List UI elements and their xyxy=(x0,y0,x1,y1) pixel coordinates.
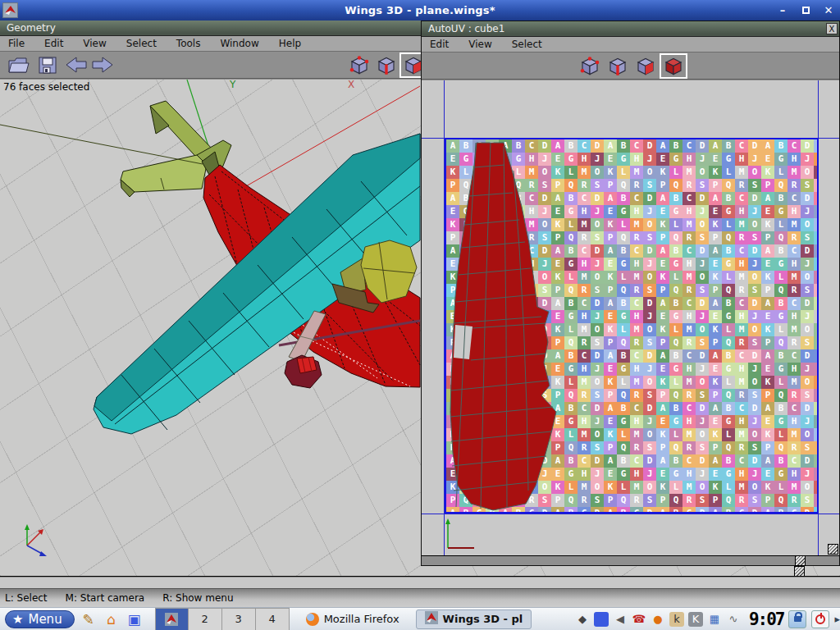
menu-select[interactable]: Select xyxy=(126,38,157,49)
texture-tile: K xyxy=(604,376,617,389)
body-mode-icon[interactable] xyxy=(661,55,686,77)
phone-icon[interactable]: ☎ xyxy=(632,612,646,627)
texture-tile: G xyxy=(617,310,630,323)
texture-tile: S xyxy=(801,494,814,507)
texture-tile: R xyxy=(525,284,538,297)
texture-tile: S xyxy=(696,441,709,454)
texture-tile: J xyxy=(801,363,814,376)
menu-uv-edit[interactable]: Edit xyxy=(430,39,449,50)
volume-icon[interactable]: ◀ xyxy=(613,612,628,627)
kde-icon[interactable]: K xyxy=(688,612,703,627)
menu-view[interactable]: View xyxy=(83,38,106,49)
task-button-firefox[interactable]: Mozilla Firefox xyxy=(298,609,408,629)
texture-tile: C xyxy=(788,454,801,468)
texture-tile: L xyxy=(617,376,630,389)
texture-tile: G xyxy=(512,468,525,481)
edge-mode-icon[interactable] xyxy=(605,55,630,77)
uv-viewport-resize-grip[interactable] xyxy=(828,544,838,555)
texture-tile: H xyxy=(788,153,801,166)
texture-tile: J xyxy=(643,153,656,166)
save-file-icon[interactable] xyxy=(36,54,61,76)
network-icon[interactable]: ▦ xyxy=(707,612,722,627)
workspace-1[interactable] xyxy=(155,608,189,630)
panel-hide-arrow-icon[interactable]: ▸ xyxy=(834,613,840,625)
plug-icon[interactable]: ∿ xyxy=(726,612,741,627)
uv-editor-viewport[interactable]: ABCDABCDABCDABCDABCDABCDABCDAEGHJEGHJEGH… xyxy=(422,80,839,556)
texture-tile: O xyxy=(696,271,709,284)
texture-tile: K xyxy=(656,218,669,231)
menu-tools[interactable]: Tools xyxy=(176,38,201,49)
back-arrow-icon[interactable] xyxy=(64,54,89,76)
texture-tile: O xyxy=(643,166,656,179)
klipper-icon[interactable]: k xyxy=(669,612,684,627)
texture-tile: S xyxy=(801,441,814,454)
texture-tile: J xyxy=(486,468,499,481)
texture-tile: H xyxy=(472,205,486,218)
texture-tile: L xyxy=(722,428,735,441)
texture-tile: M xyxy=(682,271,696,284)
texture-tile: D xyxy=(591,244,604,258)
task-button-wings3d[interactable]: Wings 3D - pl xyxy=(416,609,532,629)
texture-tile: R xyxy=(735,336,748,349)
texture-tile: S xyxy=(591,179,604,192)
workspace-2[interactable]: 2 xyxy=(189,608,222,630)
workspace-3[interactable]: 3 xyxy=(222,608,256,630)
desktop-share-icon[interactable]: ▣ xyxy=(126,610,144,628)
texture-tile: D xyxy=(486,402,499,415)
floppy-icon[interactable]: ◆ xyxy=(575,612,590,627)
texture-tile: S xyxy=(748,389,761,402)
vertex-mode-icon[interactable] xyxy=(578,55,602,77)
menu-uv-view[interactable]: View xyxy=(468,39,491,50)
texture-tile: O xyxy=(801,271,814,284)
texture-tile: K xyxy=(446,428,459,441)
window-titlebar[interactable]: Wings 3D - plane.wings* – ✕ xyxy=(0,0,840,21)
forward-arrow-icon[interactable] xyxy=(90,54,115,76)
close-button[interactable]: ✕ xyxy=(822,4,835,17)
texture-tile: B xyxy=(512,244,525,258)
autouv-resize-grip[interactable] xyxy=(795,555,806,566)
texture-tile: E xyxy=(709,363,722,376)
lock-session-button[interactable] xyxy=(788,610,806,628)
texture-tile: K xyxy=(604,271,617,284)
face-mode-icon[interactable] xyxy=(633,55,658,77)
texture-tile: E xyxy=(814,258,819,271)
texture-tile: Q xyxy=(722,441,735,454)
maximize-button[interactable] xyxy=(799,4,812,17)
menu-edit[interactable]: Edit xyxy=(44,38,63,49)
texture-tile: B xyxy=(459,402,472,415)
texture-tile: H xyxy=(472,363,486,376)
workspace-4[interactable]: 4 xyxy=(256,608,290,630)
texture-tile: M xyxy=(735,481,748,494)
kde-menu-button[interactable]: ★ Menu xyxy=(5,610,75,628)
texture-tile: E xyxy=(446,258,459,271)
geometry-resize-grip[interactable] xyxy=(794,566,805,577)
texture-tile: D xyxy=(801,454,814,468)
menu-file[interactable]: File xyxy=(8,38,25,49)
display-icon[interactable] xyxy=(594,612,609,627)
autouv-window-titlebar[interactable]: AutoUV : cube1 X xyxy=(422,21,839,37)
shutdown-button[interactable] xyxy=(811,610,829,628)
texture-tile: D xyxy=(801,244,814,258)
texture-tile: H xyxy=(735,205,748,218)
menu-window[interactable]: Window xyxy=(220,38,258,49)
home-icon[interactable]: ⌂ xyxy=(103,610,121,628)
menu-uv-select[interactable]: Select xyxy=(512,39,542,50)
texture-tile: A xyxy=(551,297,564,310)
texture-tile: G xyxy=(722,415,735,428)
amarok-icon[interactable]: ● xyxy=(651,612,665,627)
vertex-mode-icon[interactable] xyxy=(347,54,372,76)
texture-tile: G xyxy=(774,363,788,376)
edit-pencil-icon[interactable]: ✎ xyxy=(80,610,98,628)
texture-tile: Q xyxy=(564,494,578,507)
open-file-icon[interactable] xyxy=(7,54,31,76)
edge-mode-icon[interactable] xyxy=(374,54,399,76)
texture-tile: H xyxy=(578,205,591,218)
menu-help[interactable]: Help xyxy=(279,38,301,49)
texture-tile: B xyxy=(617,454,630,468)
texture-tile: M xyxy=(630,271,643,284)
autouv-close-icon[interactable]: X xyxy=(826,23,838,34)
texture-tile: B xyxy=(669,402,682,415)
texture-tile: H xyxy=(735,415,748,428)
minimize-button[interactable]: – xyxy=(776,4,789,17)
texture-tile: D xyxy=(696,139,709,153)
